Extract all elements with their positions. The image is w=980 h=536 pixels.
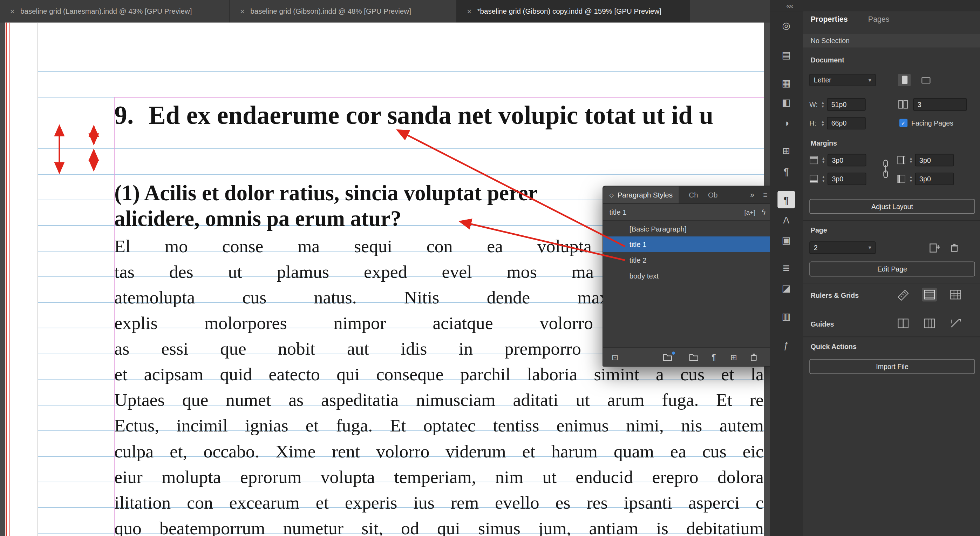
style-item-title-1-selected[interactable]: title 1 <box>603 236 770 252</box>
character-styles-icon[interactable]: A <box>777 211 795 228</box>
create-new-style-icon[interactable]: ⊞ <box>727 351 741 364</box>
height-stepper[interactable]: ▲▼ <box>820 117 826 129</box>
cc-libraries-icon[interactable]: ◎ <box>777 17 795 34</box>
width-label: W: <box>809 100 818 108</box>
width-stepper[interactable]: ▲▼ <box>820 98 826 111</box>
delete-page-icon[interactable] <box>948 241 961 254</box>
margin-inside-icon <box>896 173 907 185</box>
style-item-body-text[interactable]: body text <box>603 268 770 284</box>
document-grid-icon[interactable] <box>948 288 963 302</box>
style-item-basic-paragraph[interactable]: [Basic Paragraph] <box>603 221 770 236</box>
style-item-label: title 2 <box>630 256 647 263</box>
tab-pages[interactable]: Pages <box>868 15 889 24</box>
lock-guides-icon[interactable] <box>922 316 937 330</box>
pages-panel-icon[interactable]: ▣ <box>777 231 795 249</box>
height-label: H: <box>809 120 816 127</box>
margin-inside-field[interactable]: 3p0 <box>915 172 954 185</box>
clear-overrides-icon[interactable]: ¶ <box>707 351 721 364</box>
links-panel-icon[interactable]: ▥ <box>777 308 795 325</box>
collapse-panels-button[interactable]: «« <box>786 2 792 9</box>
page-number-dropdown[interactable]: 2 ▾ <box>809 241 875 254</box>
document-tab-label: baseline grid (Gibson).indd @ 48% [GPU P… <box>250 7 411 15</box>
page-section-label: Page <box>811 227 827 234</box>
style-override-highlighter-lightning-icon[interactable]: ϟ <box>762 208 765 217</box>
chevron-down-icon: ▾ <box>869 244 871 251</box>
smart-guides-icon[interactable] <box>948 316 963 330</box>
heading-text[interactable]: 9.Ed ex endaerume cor sanda net volupic … <box>114 100 764 132</box>
style-override-highlighter-toggle-icon[interactable]: ⊡ <box>608 351 622 364</box>
scripts-icon[interactable]: ƒ <box>777 336 795 354</box>
document-tab-label: baseline grid (Lanesman).indd @ 43% [GPU… <box>20 7 192 15</box>
delete-style-icon[interactable] <box>747 351 760 364</box>
panel-overflow-icon[interactable]: » <box>746 190 759 199</box>
guides-label: Guides <box>811 320 834 328</box>
right-dock: «« ◎ ▤ ▦ ◧ ◑ ⊞ ¶ ¶ A ▣ ≣ ◪ ▥ ƒ Propertie… <box>770 0 980 536</box>
document-canvas[interactable]: 9.Ed ex endaerume cor sanda net volupic … <box>0 22 770 536</box>
adjust-layout-button[interactable]: Adjust Layout <box>809 199 975 214</box>
height-value: 66p0 <box>831 120 847 127</box>
orientation-landscape-icon[interactable] <box>920 74 933 86</box>
margins-link-icon[interactable] <box>881 158 891 180</box>
pages-count-value: 3 <box>918 100 921 108</box>
heading-number: 9. <box>114 100 134 129</box>
paragraph-styles-panel[interactable]: ◇ Paragraph Styles Ch Ob » ≡ title 1 [a+… <box>603 186 770 367</box>
color-icon[interactable]: ◑ <box>777 114 795 132</box>
margin-inside-value: 3p0 <box>920 175 931 182</box>
margin-top-stepper[interactable]: ▲▼ <box>821 154 826 167</box>
margin-bottom-value: 3p0 <box>832 175 843 182</box>
margin-bottom-stepper[interactable]: ▲▼ <box>821 172 826 185</box>
effects-icon[interactable]: ◪ <box>777 279 795 297</box>
margin-outside-field[interactable]: 3p0 <box>915 154 954 167</box>
orientation-portrait-icon[interactable] <box>898 74 911 86</box>
margin-inside-stepper[interactable]: ▲▼ <box>908 172 914 185</box>
panel-menu-icon[interactable]: ≡ <box>759 190 770 199</box>
baseline-grid-icon[interactable] <box>922 288 937 302</box>
slug-guide <box>10 22 10 536</box>
pages-count-field[interactable]: 3 <box>913 98 967 111</box>
width-value: 51p0 <box>831 100 847 108</box>
style-item-title-2[interactable]: title 2 <box>603 252 770 268</box>
document-tabbar: × baseline grid (Lanesman).indd @ 43% [G… <box>0 0 770 22</box>
rulers-icon[interactable] <box>896 288 911 302</box>
height-field[interactable]: 66p0 <box>827 117 866 129</box>
paragraph-styles-footer: ⊡ ¶ ⊞ <box>603 347 770 366</box>
paragraph-icon[interactable]: ¶ <box>777 163 795 180</box>
layers-icon[interactable]: ▤ <box>777 46 795 64</box>
margin-bottom-field[interactable]: 3p0 <box>827 172 866 185</box>
close-icon[interactable]: × <box>467 7 472 16</box>
body-line: Uptaes que numet as aspeditatia nimuscia… <box>114 387 764 413</box>
show-guides-icon[interactable] <box>896 316 911 330</box>
import-file-button[interactable]: Import File <box>809 359 975 374</box>
style-item-label: body text <box>630 272 659 279</box>
tab-object-styles-truncated[interactable]: Ob <box>708 191 718 199</box>
body-line: eiur molupta eprorum volupta temperiam, … <box>114 464 764 490</box>
margin-outside-stepper[interactable]: ▲▼ <box>908 154 914 167</box>
document-tab-label: *baseline grid (Gibson) copy.indd @ 159%… <box>477 7 662 15</box>
section-divider <box>803 220 980 221</box>
align-icon[interactable]: ⊞ <box>777 142 795 160</box>
add-page-icon[interactable] <box>928 241 941 254</box>
gradient-icon[interactable]: ◧ <box>777 94 795 111</box>
document-tab-gibson-copy-active[interactable]: × *baseline grid (Gibson) copy.indd @ 15… <box>457 0 690 22</box>
indesign-app: × baseline grid (Lanesman).indd @ 43% [G… <box>0 0 980 536</box>
width-field[interactable]: 51p0 <box>827 98 866 111</box>
tab-character-styles-truncated[interactable]: Ch <box>689 191 698 199</box>
load-styles-icon[interactable] <box>661 351 675 364</box>
panel-tab-label: Paragraph Styles <box>617 191 673 199</box>
close-icon[interactable]: × <box>10 7 15 16</box>
document-tab-lanesman[interactable]: × baseline grid (Lanesman).indd @ 43% [G… <box>0 0 230 22</box>
tab-paragraph-styles[interactable]: ◇ Paragraph Styles <box>603 186 679 203</box>
swatches-icon[interactable]: ▦ <box>777 74 795 92</box>
stroke-icon[interactable]: ≣ <box>777 259 795 276</box>
facing-pages-checkbox[interactable]: ✓ <box>899 119 907 127</box>
close-icon[interactable]: × <box>240 7 245 16</box>
margin-top-field[interactable]: 3p0 <box>827 154 866 167</box>
page-size-dropdown[interactable]: Letter ▾ <box>809 74 875 86</box>
tab-properties[interactable]: Properties <box>811 15 848 24</box>
edit-page-button[interactable]: Edit Page <box>809 261 975 276</box>
section-divider <box>803 283 980 284</box>
facing-pages-label: Facing Pages <box>911 120 953 127</box>
new-style-group-icon[interactable] <box>687 351 701 364</box>
document-tab-gibson[interactable]: × baseline grid (Gibson).indd @ 48% [GPU… <box>230 0 457 22</box>
paragraph-styles-icon[interactable]: ¶ <box>777 191 795 208</box>
